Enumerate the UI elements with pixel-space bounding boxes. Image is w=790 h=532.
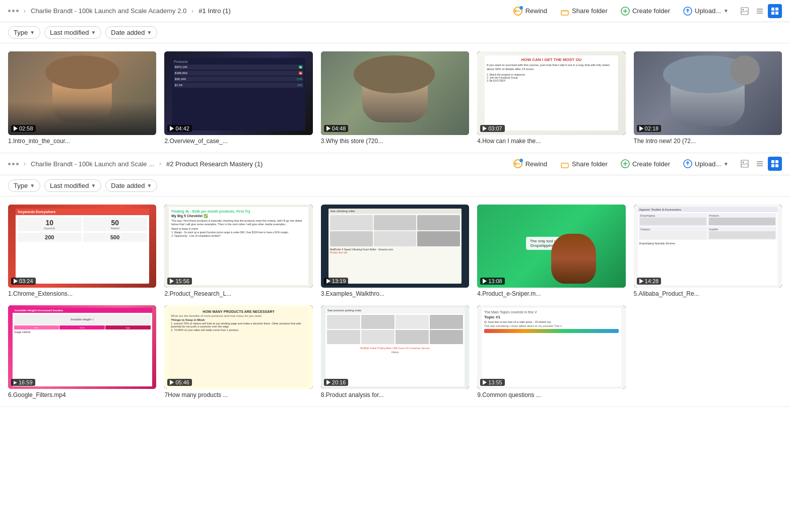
video-duration-9: 13:08 bbox=[480, 278, 505, 285]
upload-label-1: Upload... bbox=[695, 7, 721, 15]
video-item-13[interactable]: See practice putting mats BirdBall Indoo… bbox=[321, 305, 469, 398]
video-item-10[interactable]: Apparel, Textiles & Accessories Dropship… bbox=[634, 205, 782, 298]
video-duration-1: 02:58 bbox=[11, 125, 36, 132]
breadcrumb-sep-1: › bbox=[24, 8, 26, 15]
thumbnail-visual-9: The only tool you need fDropshipping bus… bbox=[477, 205, 625, 288]
section-1: › Charlie Brandt - 100k Launch and Scale… bbox=[0, 0, 790, 153]
breadcrumb-parent-2[interactable]: Charlie Brandt - 100k Launch and Scale .… bbox=[31, 160, 154, 168]
video-label-8: 3.Examples_Walkthrо... bbox=[321, 290, 469, 297]
video-item-4[interactable]: HOW CAN I GET THE MOST OU If you want to… bbox=[477, 51, 625, 145]
video-duration-10: 14:28 bbox=[637, 278, 662, 285]
create-folder-button-2[interactable]: Create folder bbox=[617, 157, 674, 170]
svg-rect-7 bbox=[741, 8, 748, 15]
play-icon-13 bbox=[326, 380, 331, 385]
video-item-3[interactable]: 04:48 3.Why this store (720... bbox=[321, 51, 469, 145]
video-item-1[interactable]: 02:58 1.Intro_into_the_cour... bbox=[8, 51, 156, 145]
upload-icon-1 bbox=[683, 7, 692, 16]
rewind-button-1[interactable]: Rewind bbox=[509, 4, 551, 18]
more-options-2[interactable] bbox=[8, 163, 19, 165]
rewind-dot-2 bbox=[519, 159, 523, 162]
play-icon-5 bbox=[639, 126, 643, 131]
lastmod-filter-1[interactable]: Last modified ▼ bbox=[44, 26, 101, 39]
svg-rect-12 bbox=[771, 8, 774, 11]
video-duration-12: 05:46 bbox=[167, 379, 192, 386]
video-item-9[interactable]: The only tool you need fDropshipping bus… bbox=[477, 205, 625, 298]
video-item-6[interactable]: Keywords Everywhere 10 Keywords 50 Relat… bbox=[8, 205, 156, 298]
play-icon-6 bbox=[14, 279, 18, 284]
type-filter-chevron-1: ▼ bbox=[30, 30, 35, 35]
thumbnail-visual-4: HOW CAN I GET THE MOST OU If you want to… bbox=[485, 55, 618, 130]
type-filter-2[interactable]: Type ▼ bbox=[8, 179, 40, 192]
grid-icon-1 bbox=[771, 7, 779, 15]
video-item-8[interactable]: See climbing roller WallRoller 5 Speed V… bbox=[321, 205, 469, 298]
video-duration-5: 02:18 bbox=[637, 125, 662, 132]
share-folder-button-2[interactable]: Share folder bbox=[556, 157, 612, 170]
thumbnail-visual-5 bbox=[634, 51, 782, 135]
video-duration-6: 03:24 bbox=[11, 278, 36, 285]
create-folder-button-1[interactable]: Create folder bbox=[617, 5, 674, 18]
play-icon-4 bbox=[483, 126, 487, 131]
lastmod-filter-chevron-1: ▼ bbox=[91, 30, 96, 35]
svg-rect-29 bbox=[775, 160, 778, 163]
photo-icon-2 bbox=[741, 160, 749, 168]
type-filter-1[interactable]: Type ▼ bbox=[8, 26, 40, 39]
filter-bar-1: Type ▼ Last modified ▼ Date added ▼ bbox=[0, 22, 790, 43]
video-item-2[interactable]: Products $972,181 ■ $306,862 ■ $95,349 5… bbox=[164, 51, 312, 145]
toolbar-actions-2: Rewind Share folder Create folder Upload… bbox=[509, 157, 782, 171]
breadcrumb-parent-1[interactable]: Charlie Brandt - 100k Launch and Scale A… bbox=[31, 7, 186, 15]
play-icon-12 bbox=[170, 380, 174, 385]
video-grid-2: Keywords Everywhere 10 Keywords 50 Relat… bbox=[0, 196, 790, 407]
video-item-12[interactable]: HOW MANY PRODUCTS ARE NECESSARY What are… bbox=[164, 305, 312, 398]
svg-rect-30 bbox=[771, 164, 774, 167]
lastmod-filter-chevron-2: ▼ bbox=[91, 183, 96, 188]
share-folder-icon-2 bbox=[560, 159, 569, 168]
breadcrumb-sep-4: › bbox=[159, 160, 161, 167]
video-item-11[interactable]: Invisible Height Increased Insoles Invis… bbox=[8, 305, 156, 398]
video-item-5[interactable]: 02:18 The intro new! 20 (72... bbox=[634, 51, 782, 145]
breadcrumb-sep-3: › bbox=[24, 160, 26, 167]
video-duration-2: 04:42 bbox=[167, 125, 192, 132]
filter-bar-2: Type ▼ Last modified ▼ Date added ▼ bbox=[0, 175, 790, 196]
video-label-4: 4.How can I make the... bbox=[477, 138, 625, 145]
upload-button-1[interactable]: Upload... ▼ bbox=[679, 5, 733, 18]
svg-rect-14 bbox=[771, 12, 774, 15]
thumbnail-visual-8: See climbing roller WallRoller 5 Speed V… bbox=[328, 209, 462, 284]
video-label-12: 7How many products ... bbox=[164, 391, 312, 398]
thumbnail-visual-13: See practice putting mats BirdBall Indoo… bbox=[325, 308, 465, 386]
view-icons-2 bbox=[738, 157, 782, 171]
type-filter-label-1: Type bbox=[14, 29, 28, 36]
share-folder-label-1: Share folder bbox=[572, 7, 608, 15]
upload-chevron-1[interactable]: ▼ bbox=[723, 8, 729, 14]
thumbnail-visual-3 bbox=[321, 51, 469, 135]
photo-view-btn-2[interactable] bbox=[738, 157, 752, 171]
grid-icon-2 bbox=[771, 160, 779, 168]
share-folder-label-2: Share folder bbox=[572, 160, 608, 168]
type-filter-label-2: Type bbox=[14, 182, 28, 189]
toolbar-2: › Charlie Brandt - 100k Launch and Scale… bbox=[0, 153, 790, 175]
video-label-7: 2.Product_Research_L... bbox=[164, 290, 312, 297]
more-options-1[interactable] bbox=[8, 10, 19, 12]
grid-view-btn-1[interactable] bbox=[768, 4, 782, 18]
video-item-7[interactable]: Finding 3k - $10k per month products, Fi… bbox=[164, 205, 312, 298]
photo-view-btn-1[interactable] bbox=[738, 4, 752, 18]
upload-button-2[interactable]: Upload... ▼ bbox=[679, 157, 733, 170]
upload-icon-2 bbox=[683, 159, 692, 168]
thumbnail-visual-2: Products $972,181 ■ $306,862 ■ $95,349 5… bbox=[172, 58, 305, 130]
share-folder-icon-1 bbox=[560, 7, 569, 16]
rewind-button-2[interactable]: Rewind bbox=[509, 157, 551, 171]
dateadded-filter-chevron-2: ▼ bbox=[147, 183, 152, 188]
dateadded-filter-1[interactable]: Date added ▼ bbox=[105, 26, 157, 39]
list-view-btn-2[interactable] bbox=[753, 157, 767, 171]
svg-rect-23 bbox=[741, 160, 748, 167]
upload-chevron-2[interactable]: ▼ bbox=[723, 161, 729, 167]
grid-view-btn-2[interactable] bbox=[768, 157, 782, 171]
type-filter-chevron-2: ▼ bbox=[30, 183, 35, 188]
dateadded-filter-label-2: Date added bbox=[111, 182, 145, 189]
video-item-14[interactable]: The Main Topics covered in this V Topic … bbox=[477, 305, 625, 398]
lastmod-filter-2[interactable]: Last modified ▼ bbox=[44, 179, 101, 192]
share-folder-button-1[interactable]: Share folder bbox=[556, 5, 612, 18]
svg-rect-13 bbox=[775, 8, 778, 11]
list-view-btn-1[interactable] bbox=[753, 4, 767, 18]
dateadded-filter-2[interactable]: Date added ▼ bbox=[105, 179, 157, 192]
lastmod-filter-label-1: Last modified bbox=[50, 29, 89, 36]
